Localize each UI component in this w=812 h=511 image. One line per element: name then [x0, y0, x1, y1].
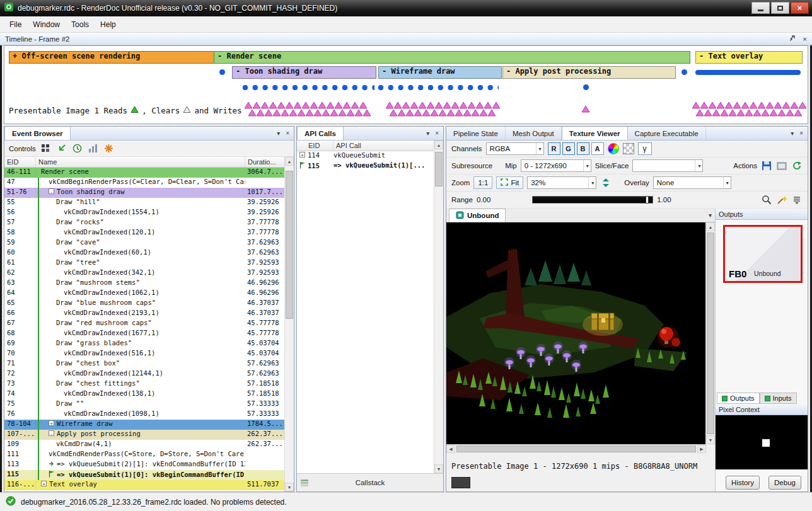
timeline-bar-text-overlay[interactable]: - Text overlay: [695, 51, 803, 64]
channels-select[interactable]: RGBA ▾: [486, 142, 544, 155]
scroll-left-icon[interactable]: ◀: [446, 445, 455, 453]
event-row[interactable]: 73Draw "chest fittings"57.18518: [4, 379, 284, 389]
scroll-up-icon[interactable]: ▲: [706, 222, 715, 231]
minimize-button[interactable]: [751, 2, 770, 14]
scroll-down-icon[interactable]: ▼: [434, 464, 443, 473]
magnifier-icon[interactable]: [761, 194, 772, 205]
range-min-value[interactable]: 0.00: [477, 196, 490, 204]
find-event-icon[interactable]: [40, 143, 52, 154]
channel-r-button[interactable]: R: [548, 142, 560, 155]
statistics-icon[interactable]: [88, 143, 99, 154]
timeline[interactable]: + Off-screen scene rendering - Render sc…: [4, 45, 808, 124]
bookmark-icon[interactable]: [103, 143, 115, 154]
close-button[interactable]: ×: [791, 2, 809, 14]
channel-g-button[interactable]: G: [562, 142, 575, 155]
api-call-row[interactable]: +114vkQueueSubmit: [297, 151, 434, 161]
fb0-thumbnail[interactable]: FB0 Unbound: [723, 225, 803, 283]
background-checker-icon[interactable]: [623, 143, 634, 154]
event-row[interactable]: 57Draw "rocks"37.77778: [4, 218, 284, 228]
timeline-bar-wireframe[interactable]: - Wireframe draw: [378, 66, 502, 79]
panel-menu-icon[interactable]: ▾: [426, 130, 429, 137]
scrollbar-thumb[interactable]: [707, 233, 714, 434]
tab-capture-executable[interactable]: Capture Executable: [628, 127, 706, 140]
range-options-icon[interactable]: [791, 194, 803, 205]
draw-event-dots[interactable]: [242, 84, 374, 91]
event-row[interactable]: 55Draw "hill"39.25926: [4, 198, 284, 208]
pin-icon[interactable]: [789, 35, 796, 43]
scroll-right-icon[interactable]: ▶: [697, 445, 706, 453]
pixel-context-canvas[interactable]: [716, 415, 808, 469]
title-bar[interactable]: debugmarker.rdc - RenderDoc Unofficial r…: [0, 0, 812, 16]
event-row[interactable]: 107-...-Apply post processing262.37...: [4, 430, 284, 440]
event-row[interactable]: 71Draw "chest box"57.62963: [4, 359, 284, 369]
scrollbar-thumb[interactable]: [456, 445, 696, 452]
texture-canvas[interactable]: [446, 222, 706, 444]
close-panel-icon[interactable]: ×: [286, 130, 289, 137]
draw-event-dot[interactable]: [583, 84, 589, 90]
event-row[interactable]: 56vkCmdDrawIndexed(1554,1)39.25926: [4, 208, 284, 218]
event-row[interactable]: 65Draw "blue mushroom caps"46.37037: [4, 299, 284, 309]
column-header-eid[interactable]: EID: [297, 141, 334, 151]
timeline-bar-render-scene[interactable]: - Render scene: [214, 51, 690, 64]
event-row[interactable]: 69Draw "grass blades"45.03704: [4, 339, 284, 349]
channel-a-button[interactable]: A: [591, 142, 604, 155]
tab-mesh-output[interactable]: Mesh Output: [506, 127, 562, 140]
event-row[interactable]: 75Draw ""57.33333: [4, 399, 284, 410]
range-max-value[interactable]: 1.00: [657, 196, 671, 204]
maximize-button[interactable]: [771, 2, 789, 14]
event-row[interactable]: 116-...+Text overlay511.7037: [4, 480, 284, 490]
expand-icon[interactable]: +: [49, 420, 54, 426]
timeline-bar-toon-shading[interactable]: - Toon shading draw: [232, 66, 376, 79]
timeline-bar-post-processing[interactable]: - Apply post processing: [502, 66, 676, 79]
event-browser-scrollbar[interactable]: ▲ ▼: [284, 157, 294, 491]
close-panel-icon[interactable]: ×: [803, 35, 807, 43]
column-header-eid[interactable]: EID: [4, 157, 36, 167]
timeline-bar-offscreen-scene[interactable]: + Off-screen scene rendering: [9, 51, 215, 64]
close-panel-icon[interactable]: ×: [435, 130, 439, 137]
menu-item-window[interactable]: Window: [27, 18, 66, 32]
fit-button[interactable]: Fit: [496, 176, 523, 189]
open-texture-icon[interactable]: [776, 160, 787, 171]
tab-event-browser[interactable]: Event Browser: [4, 127, 71, 140]
expand-icon[interactable]: +: [41, 481, 47, 486]
range-slider[interactable]: [532, 196, 653, 204]
color-wheel-icon[interactable]: [608, 143, 619, 154]
overlay-select[interactable]: None ▾: [653, 176, 731, 189]
event-row[interactable]: 115=> vkQueueSubmit(1)[0]: vkBeginComman…: [4, 470, 284, 480]
draw-event-dots[interactable]: [378, 84, 499, 91]
texture-horizontal-scrollbar[interactable]: ◀ ▶: [446, 444, 706, 453]
event-row[interactable]: 78-104+Wireframe draw1784.5...: [4, 420, 284, 430]
gamma-button[interactable]: γ: [638, 142, 652, 155]
menu-item-help[interactable]: Help: [95, 18, 122, 32]
collapse-icon[interactable]: -: [49, 188, 54, 194]
scrollbar-thumb[interactable]: [286, 171, 293, 319]
flip-y-icon[interactable]: [600, 177, 612, 188]
timeline-panel-header[interactable]: Timeline - Frame #2 ×: [0, 33, 812, 45]
refresh-icon[interactable]: [791, 160, 803, 171]
wand-icon[interactable]: [776, 194, 787, 205]
range-handle[interactable]: [646, 196, 649, 204]
texture-list-chevron-icon[interactable]: ▾: [709, 212, 712, 219]
channel-b-button[interactable]: B: [577, 142, 589, 155]
api-calls-scrollbar[interactable]: ▲ ▼: [434, 141, 443, 473]
panel-menu-icon[interactable]: ▾: [791, 130, 794, 137]
event-row[interactable]: 47vkCmdBeginRenderPass(C=Clear, D=Clear,…: [4, 178, 284, 188]
scroll-down-icon[interactable]: ▼: [285, 483, 294, 491]
event-row[interactable]: 67Draw "red mushroom caps"45.77778: [4, 319, 284, 329]
event-row[interactable]: 62vkCmdDrawIndexed(342,1)37.92593: [4, 268, 284, 278]
tab-outputs[interactable]: Outputs: [717, 393, 760, 404]
event-row[interactable]: 111vkCmdEndRenderPass(C=Store, D=Store, …: [4, 450, 284, 460]
api-call-row[interactable]: 115=> vkQueueSubmit(1)[...: [297, 161, 434, 171]
scroll-up-icon[interactable]: ▲: [285, 157, 294, 166]
event-row[interactable]: 58vkCmdDrawIndexed(120,1)37.77778: [4, 228, 284, 238]
history-button[interactable]: History: [726, 476, 760, 490]
tab-inputs[interactable]: Inputs: [760, 393, 797, 404]
save-icon[interactable]: [761, 160, 772, 171]
scrollbar-thumb[interactable]: [435, 152, 443, 187]
texture-vertical-scrollbar[interactable]: ▲ ▼: [705, 222, 715, 444]
column-header-duration[interactable]: Duratio...: [245, 157, 284, 167]
event-row[interactable]: 66vkCmdDrawIndexed(2193,1)46.37037: [4, 309, 284, 319]
event-row[interactable]: 70vkCmdDrawIndexed(516,1)45.03704: [4, 349, 284, 359]
draw-event-dot[interactable]: [682, 69, 687, 75]
event-row[interactable]: 60vkCmdDrawIndexed(60,1)37.62963: [4, 248, 284, 258]
